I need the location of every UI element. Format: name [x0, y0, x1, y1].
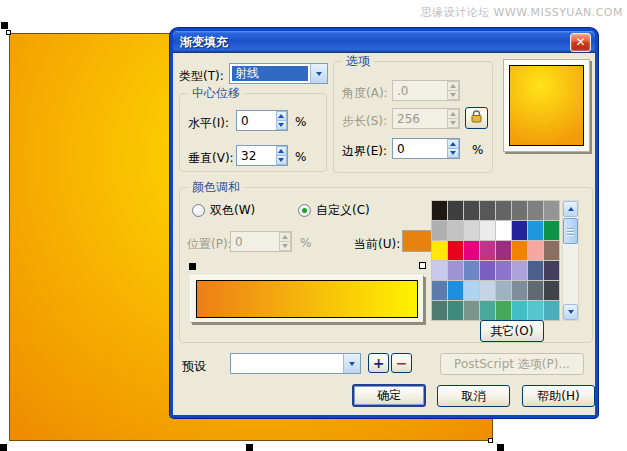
selection-handle[interactable] — [497, 444, 504, 451]
palette-color[interactable] — [464, 281, 479, 300]
selection-handle[interactable] — [246, 444, 253, 451]
palette-color[interactable] — [464, 221, 479, 240]
gradient-stop-start[interactable] — [189, 263, 196, 270]
palette-color[interactable] — [512, 221, 527, 240]
two-color-radio[interactable]: 双色(W) — [192, 202, 255, 219]
close-icon[interactable]: ✕ — [570, 33, 591, 52]
palette-color[interactable] — [432, 201, 447, 220]
palette-color[interactable] — [496, 261, 511, 280]
selection-handle[interactable] — [1, 22, 8, 29]
color-palette — [431, 200, 560, 321]
gradient-preview-bar[interactable] — [196, 280, 418, 318]
palette-color[interactable] — [544, 301, 559, 320]
help-button[interactable]: 帮助(H) — [522, 385, 595, 407]
palette-color[interactable] — [528, 261, 543, 280]
palette-color[interactable] — [512, 241, 527, 260]
cancel-button[interactable]: 取消 — [437, 385, 510, 407]
palette-color[interactable] — [432, 261, 447, 280]
horizontal-input[interactable] — [237, 111, 276, 130]
palette-color[interactable] — [544, 241, 559, 260]
add-preset-button[interactable]: + — [368, 353, 389, 373]
palette-color[interactable] — [496, 281, 511, 300]
palette-color[interactable] — [496, 221, 511, 240]
palette-color[interactable] — [464, 261, 479, 280]
palette-color[interactable] — [496, 301, 511, 320]
scroll-down-icon[interactable] — [563, 304, 578, 320]
palette-color[interactable] — [528, 201, 543, 220]
palette-color[interactable] — [480, 281, 495, 300]
edge-stepper[interactable] — [392, 138, 460, 159]
curve-node[interactable] — [488, 438, 493, 443]
palette-color[interactable] — [528, 281, 543, 300]
horizontal-label: 水平(I): — [188, 115, 229, 132]
palette-color[interactable] — [528, 241, 543, 260]
palette-color[interactable] — [528, 221, 543, 240]
horizontal-stepper[interactable] — [236, 110, 288, 131]
spinner-down-icon[interactable] — [276, 156, 287, 165]
palette-color[interactable] — [544, 261, 559, 280]
palette-color[interactable] — [496, 201, 511, 220]
dialog-titlebar[interactable]: 渐变填充 ✕ — [173, 31, 595, 53]
palette-color[interactable] — [512, 201, 527, 220]
spinner-down-icon[interactable] — [276, 121, 287, 130]
spinner-down-icon — [279, 242, 291, 251]
spinner-down-icon — [447, 119, 459, 128]
palette-color[interactable] — [464, 241, 479, 260]
steps-stepper — [392, 108, 460, 129]
presets-dropdown[interactable] — [230, 353, 361, 374]
palette-color[interactable] — [512, 281, 527, 300]
spinner-down-icon[interactable] — [447, 149, 459, 158]
palette-color[interactable] — [432, 241, 447, 260]
curve-node[interactable] — [6, 30, 11, 35]
palette-color[interactable] — [464, 201, 479, 220]
palette-color[interactable] — [480, 301, 495, 320]
palette-color[interactable] — [496, 241, 511, 260]
palette-color[interactable] — [544, 281, 559, 300]
palette-color[interactable] — [480, 201, 495, 220]
edge-input[interactable] — [393, 139, 447, 158]
palette-color[interactable] — [512, 301, 527, 320]
palette-color[interactable] — [448, 241, 463, 260]
spinner-up-icon[interactable] — [276, 146, 287, 156]
palette-color[interactable] — [464, 301, 479, 320]
palette-color[interactable] — [448, 281, 463, 300]
options-group: 选项 角度(A): 步长(S): 边界(E): % — [333, 61, 493, 173]
palette-color[interactable] — [544, 201, 559, 220]
palette-color[interactable] — [528, 301, 543, 320]
remove-preset-button[interactable]: − — [391, 353, 412, 373]
spinner-up-icon — [279, 232, 291, 242]
palette-color[interactable] — [544, 221, 559, 240]
vertical-unit: % — [295, 150, 306, 164]
palette-color[interactable] — [432, 301, 447, 320]
palette-color[interactable] — [432, 221, 447, 240]
radio-on-icon[interactable] — [298, 204, 311, 217]
palette-color[interactable] — [480, 241, 495, 260]
palette-scrollbar[interactable] — [562, 200, 579, 321]
gradient-stop-end[interactable] — [419, 262, 426, 269]
steps-lock-button[interactable] — [465, 107, 488, 129]
vertical-stepper[interactable] — [236, 145, 288, 166]
scroll-up-icon[interactable] — [563, 201, 578, 217]
chevron-down-icon[interactable] — [343, 354, 360, 373]
scrollbar-thumb[interactable] — [563, 218, 578, 244]
palette-color[interactable] — [432, 281, 447, 300]
color-blend-group: 颜色调和 双色(W) 自定义(C) 位置(P): % 当前(U): — [179, 187, 593, 343]
palette-color[interactable] — [448, 261, 463, 280]
spinner-up-icon[interactable] — [447, 139, 459, 149]
ok-button[interactable]: 确定 — [352, 384, 426, 407]
palette-color[interactable] — [480, 221, 495, 240]
radio-off-icon[interactable] — [192, 204, 205, 217]
palette-color[interactable] — [480, 261, 495, 280]
selection-handle[interactable] — [0, 444, 7, 451]
palette-color[interactable] — [448, 201, 463, 220]
palette-color[interactable] — [512, 261, 527, 280]
palette-color[interactable] — [448, 221, 463, 240]
custom-radio[interactable]: 自定义(C) — [298, 202, 370, 219]
palette-color[interactable] — [448, 301, 463, 320]
type-dropdown[interactable]: 射线 — [229, 63, 328, 84]
spinner-up-icon[interactable] — [276, 111, 287, 121]
vertical-input[interactable] — [237, 146, 276, 165]
others-button[interactable]: 其它(O) — [480, 320, 544, 342]
chevron-down-icon[interactable] — [310, 64, 327, 83]
current-color-label: 当前(U): — [354, 236, 400, 253]
